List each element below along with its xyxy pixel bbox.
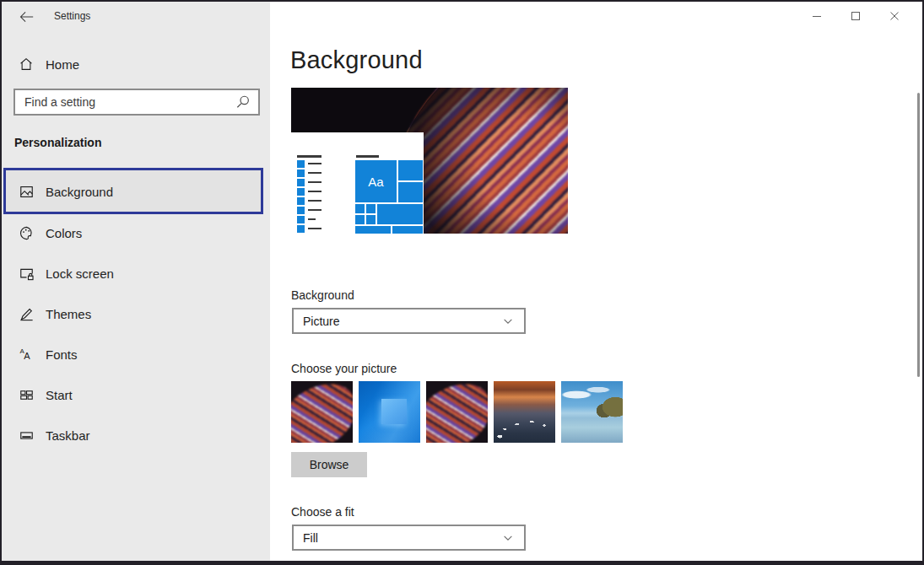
sidebar-item-label: Start bbox=[46, 388, 73, 402]
preview-list-square bbox=[297, 216, 305, 223]
fonts-icon: A A bbox=[18, 346, 35, 363]
sidebar-item-label: Home bbox=[46, 57, 79, 72]
wallpaper-thumbnail-windows-blue[interactable] bbox=[359, 381, 420, 443]
start-icon bbox=[18, 386, 35, 403]
minimize-button[interactable] bbox=[797, 2, 836, 30]
preview-list-square bbox=[297, 225, 305, 233]
preview-sample-window: Aa bbox=[291, 132, 424, 234]
preview-list-line bbox=[308, 181, 322, 183]
fit-dropdown[interactable]: Fill bbox=[292, 525, 526, 551]
preview-list-square bbox=[297, 179, 305, 186]
app-title: Settings bbox=[54, 10, 90, 22]
preview-tile bbox=[398, 160, 423, 180]
home-icon bbox=[18, 56, 35, 73]
window-controls bbox=[797, 2, 914, 30]
sidebar-item-label: Background bbox=[46, 185, 113, 199]
sidebar: Settings Home Personalization bbox=[2, 2, 270, 561]
sidebar-item-themes[interactable]: Themes bbox=[2, 295, 270, 332]
settings-window: Settings Home Personalization bbox=[2, 2, 922, 561]
vertical-scrollbar[interactable] bbox=[917, 93, 920, 377]
sidebar-item-lock-screen[interactable]: Lock screen bbox=[2, 255, 270, 292]
svg-text:A: A bbox=[24, 351, 30, 361]
sidebar-item-home[interactable]: Home bbox=[2, 51, 270, 78]
taskbar-icon bbox=[18, 427, 35, 444]
choose-picture-label: Choose your picture bbox=[291, 362, 397, 375]
section-label-personalization: Personalization bbox=[14, 136, 101, 149]
search-icon[interactable] bbox=[235, 94, 255, 110]
preview-tile bbox=[398, 182, 423, 202]
preview-list-line bbox=[308, 209, 322, 211]
sidebar-item-taskbar[interactable]: Taskbar bbox=[2, 417, 270, 454]
preview-tile bbox=[366, 215, 376, 224]
background-type-label: Background bbox=[291, 288, 354, 302]
preview-list-square bbox=[297, 160, 305, 168]
wallpaper-preview: Aa bbox=[291, 88, 568, 234]
sidebar-item-label: Lock screen bbox=[46, 266, 114, 281]
search-input[interactable] bbox=[15, 95, 235, 109]
chevron-down-icon bbox=[502, 315, 514, 327]
preview-tile bbox=[355, 226, 391, 234]
lock-screen-icon bbox=[18, 265, 35, 282]
sidebar-item-label: Fonts bbox=[46, 347, 78, 362]
sidebar-item-fonts[interactable]: A A Fonts bbox=[2, 336, 270, 373]
preview-list-square bbox=[297, 207, 305, 214]
back-arrow-icon bbox=[19, 11, 34, 23]
maximize-button[interactable] bbox=[836, 2, 875, 30]
preview-aa-tile: Aa bbox=[355, 160, 397, 202]
titlebar: Settings bbox=[2, 2, 270, 32]
wallpaper-thumbnail-dark-swirl-1[interactable] bbox=[291, 381, 353, 443]
back-button[interactable] bbox=[14, 8, 39, 26]
sidebar-item-label: Colors bbox=[46, 226, 82, 240]
preview-list-line bbox=[308, 218, 316, 220]
sidebar-item-start[interactable]: Start bbox=[2, 376, 270, 413]
preview-tile bbox=[377, 204, 423, 224]
screen: Settings Home Personalization bbox=[0, 0, 924, 565]
palette-icon bbox=[18, 224, 35, 241]
preview-list-line bbox=[308, 228, 322, 229]
preview-tile bbox=[355, 204, 365, 213]
preview-tile bbox=[355, 215, 365, 224]
sidebar-item-label: Taskbar bbox=[46, 428, 90, 443]
choose-fit-label: Choose a fit bbox=[291, 505, 354, 519]
wallpaper-thumbnail-sunset[interactable] bbox=[494, 381, 555, 443]
preview-list-square bbox=[297, 170, 305, 177]
sidebar-item-background[interactable]: Background bbox=[2, 173, 270, 210]
dropdown-value: Fill bbox=[303, 531, 502, 545]
preview-tile bbox=[366, 204, 376, 213]
close-button[interactable] bbox=[875, 2, 914, 30]
preview-list-line bbox=[308, 163, 322, 164]
themes-icon bbox=[18, 305, 35, 322]
sidebar-item-label: Themes bbox=[46, 307, 91, 321]
wallpaper-thumbnail-beach[interactable] bbox=[561, 381, 623, 443]
sidebar-item-colors[interactable]: Colors bbox=[2, 214, 270, 251]
image-icon bbox=[18, 183, 35, 200]
preview-list-line bbox=[308, 200, 322, 202]
main-content: Background bbox=[270, 2, 922, 561]
background-type-dropdown[interactable]: Picture bbox=[292, 308, 526, 334]
picture-thumbnails bbox=[291, 381, 623, 443]
preview-list-square bbox=[297, 188, 305, 196]
preview-tiles-header bbox=[356, 155, 379, 158]
preview-list-header bbox=[297, 155, 322, 158]
page-title: Background bbox=[290, 46, 423, 74]
wallpaper-thumbnail-dark-swirl-2[interactable] bbox=[426, 381, 488, 443]
preview-list-line bbox=[308, 191, 322, 192]
browse-button[interactable]: Browse bbox=[291, 452, 367, 477]
search-box[interactable] bbox=[14, 89, 260, 116]
preview-tile bbox=[392, 226, 423, 234]
chevron-down-icon bbox=[502, 532, 514, 544]
dropdown-value: Picture bbox=[303, 315, 502, 328]
preview-list-square bbox=[297, 197, 305, 205]
preview-list-line bbox=[308, 172, 322, 174]
